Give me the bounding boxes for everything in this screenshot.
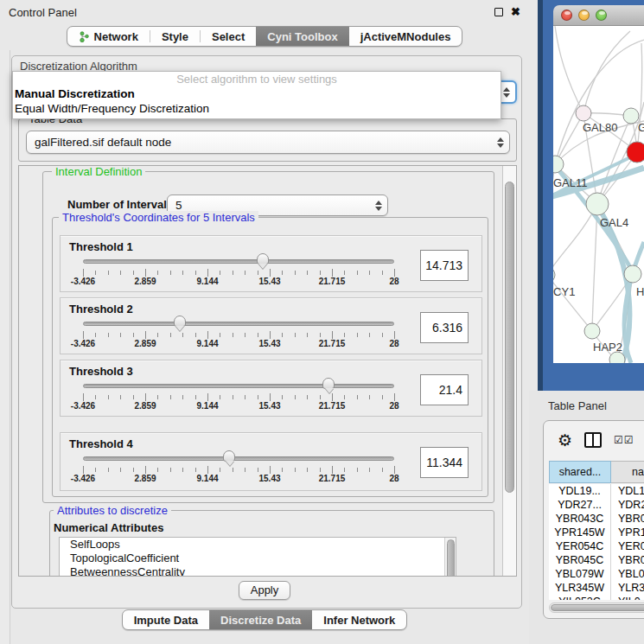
control-panel-titlebar: Control Panel ✖ <box>0 0 529 24</box>
slider-thumb[interactable] <box>257 253 269 265</box>
table-cell-name[interactable]: YBR0 <box>611 553 644 567</box>
network-node-gal11[interactable] <box>553 156 564 173</box>
table-header-shared[interactable]: shared... <box>549 461 611 483</box>
tick-mark <box>233 333 233 337</box>
tick-mark <box>369 271 370 275</box>
checkbox-icons[interactable]: ☑☑ <box>614 434 634 446</box>
tick-label: 28 <box>389 401 399 411</box>
slider-thumb[interactable] <box>322 378 335 389</box>
tick-mark <box>382 395 383 399</box>
table-cell-shared-name[interactable]: YPR145W <box>549 526 611 539</box>
slider-track[interactable] <box>83 456 394 461</box>
table-body[interactable]: YDL19...YDL1YDR27...YDR2YBR043CYBR0YPR14… <box>549 484 644 600</box>
tab-style[interactable]: Style <box>150 27 200 46</box>
tab-network[interactable]: Network <box>67 27 150 46</box>
table-row[interactable]: YDL19...YDL1 <box>549 484 644 498</box>
minimize-button[interactable] <box>578 10 590 21</box>
slider-thumb[interactable] <box>174 316 186 327</box>
table-cell-name[interactable]: YER0 <box>611 539 644 553</box>
slider-track[interactable] <box>83 322 394 326</box>
table-row[interactable]: YIL052CYIL0 <box>549 595 644 600</box>
table-horizontal-scrollbar[interactable] <box>549 603 644 613</box>
table-row[interactable]: YBR043CYBR0 <box>549 512 644 526</box>
network-node-label: GCY1 <box>553 285 575 298</box>
table-row[interactable]: YPR145WYPR1 <box>549 526 644 539</box>
threshold-2-value[interactable]: 6.316 <box>420 312 469 343</box>
table-header-name[interactable]: name <box>611 461 644 483</box>
tick-mark <box>382 333 383 337</box>
tab-discretize-data[interactable]: Discretize Data <box>209 610 312 629</box>
table-row[interactable]: YLR345WYLR3 <box>549 581 644 595</box>
network-node-red[interactable] <box>627 142 644 163</box>
table-cell-shared-name[interactable]: YBR043C <box>549 512 611 526</box>
tick-mark <box>295 271 296 275</box>
table-cell-shared-name[interactable]: YBL079W <box>549 567 611 581</box>
table-cell-shared-name[interactable]: YIL052C <box>549 595 611 600</box>
network-node-n9[interactable] <box>609 352 625 363</box>
network-node-h[interactable] <box>624 265 641 283</box>
threshold-1-value[interactable]: 14.713 <box>420 250 469 281</box>
close-button[interactable] <box>561 10 572 21</box>
table-cell-name[interactable]: YBL0 <box>611 567 644 581</box>
scrollbar-thumb[interactable] <box>551 604 644 611</box>
table-row[interactable]: YER054CYER0 <box>549 539 644 553</box>
threshold-4-slider[interactable]: -3.4262.8599.14415.4321.71528 <box>83 433 394 490</box>
table-cell-shared-name[interactable]: YDL19... <box>549 484 611 498</box>
threshold-2-slider[interactable]: -3.4262.8599.14415.4321.71528 <box>83 298 394 355</box>
threshold-3-slider[interactable]: -3.4262.8599.14415.4321.71528 <box>83 360 394 418</box>
table-cell-shared-name[interactable]: YDR27... <box>549 498 611 512</box>
close-icon[interactable]: ✖ <box>511 8 520 16</box>
tick-label: 21.715 <box>319 339 346 348</box>
split-columns-icon[interactable] <box>584 432 602 448</box>
list-scrollbar[interactable] <box>444 538 456 577</box>
slider-ticks <box>83 393 394 401</box>
attribute-list-item[interactable]: TopologicalCoefficient <box>60 552 456 565</box>
table-cell-shared-name[interactable]: YER054C <box>549 539 611 553</box>
viewport-scrollbar[interactable] <box>502 166 516 576</box>
network-node-gcy1[interactable] <box>553 267 555 283</box>
network-node-hap2[interactable] <box>584 323 600 339</box>
numerical-attributes-list[interactable]: SelfLoopsTopologicalCoefficientBetweenne… <box>59 537 456 577</box>
scrollbar-thumb[interactable] <box>505 182 514 493</box>
table-cell-name[interactable]: YPR1 <box>611 526 644 539</box>
table-data-combobox[interactable]: galFiltered.sif default node <box>26 131 510 154</box>
table-cell-name[interactable]: YLR3 <box>611 581 644 595</box>
attribute-list-item[interactable]: BetweennessCentrality <box>60 565 456 577</box>
network-window-titlebar[interactable] <box>553 5 644 26</box>
table-cell-shared-name[interactable]: YBR045C <box>549 553 611 567</box>
apply-button[interactable]: Apply <box>239 581 290 600</box>
table-cell-name[interactable]: YDR2 <box>611 498 644 512</box>
threshold-4-value[interactable]: 11.344 <box>420 447 469 478</box>
threshold-1-slider[interactable]: -3.4262.8599.14415.4321.71528 <box>83 236 394 293</box>
float-window-icon[interactable] <box>494 8 503 16</box>
slider-track[interactable] <box>83 259 394 264</box>
popup-option-equal-width-frequency[interactable]: Equal Width/Frequency Discretization <box>13 101 501 116</box>
table-cell-name[interactable]: YIL0 <box>611 595 644 600</box>
tab-infer-network[interactable]: Infer Network <box>312 610 406 629</box>
network-node-ga[interactable] <box>623 108 639 124</box>
scrollbar-thumb[interactable] <box>447 539 455 577</box>
tab-cyni-toolbox[interactable]: Cyni Toolbox <box>256 27 348 46</box>
table-cell-name[interactable]: YBR0 <box>611 512 644 526</box>
table-row[interactable]: YBR045CYBR0 <box>549 553 644 567</box>
slider-track[interactable] <box>83 384 394 388</box>
table-row[interactable]: YDR27...YDR2 <box>549 498 644 512</box>
tick-mark <box>95 468 96 472</box>
network-node-label: GAL80 <box>583 121 617 134</box>
gear-icon[interactable]: ⚙ <box>558 431 572 449</box>
network-node-gal80[interactable] <box>576 105 591 121</box>
zoom-button[interactable] <box>596 10 607 21</box>
threshold-3-value[interactable]: 21.4 <box>420 374 469 405</box>
tab-select[interactable]: Select <box>201 27 256 46</box>
table-cell-name[interactable]: YDL1 <box>611 484 644 498</box>
popup-option-manual-discretization[interactable]: Manual Discretization <box>13 86 501 101</box>
tab-jactivemnodules[interactable]: jActiveMNodules <box>349 27 462 46</box>
tab-impute-data[interactable]: Impute Data <box>123 610 209 629</box>
network-canvas[interactable]: GAL80GAGAL11GAL4GCY1HHAP2 <box>553 26 644 363</box>
table-cell-shared-name[interactable]: YLR345W <box>549 581 611 595</box>
network-node-gal4[interactable] <box>586 193 609 215</box>
tab-strip: Network Style Select Cyni Toolbox jActiv… <box>67 26 463 47</box>
table-row[interactable]: YBL079WYBL0 <box>549 567 644 581</box>
slider-thumb[interactable] <box>223 450 235 462</box>
attribute-list-item[interactable]: SelfLoops <box>60 538 456 552</box>
